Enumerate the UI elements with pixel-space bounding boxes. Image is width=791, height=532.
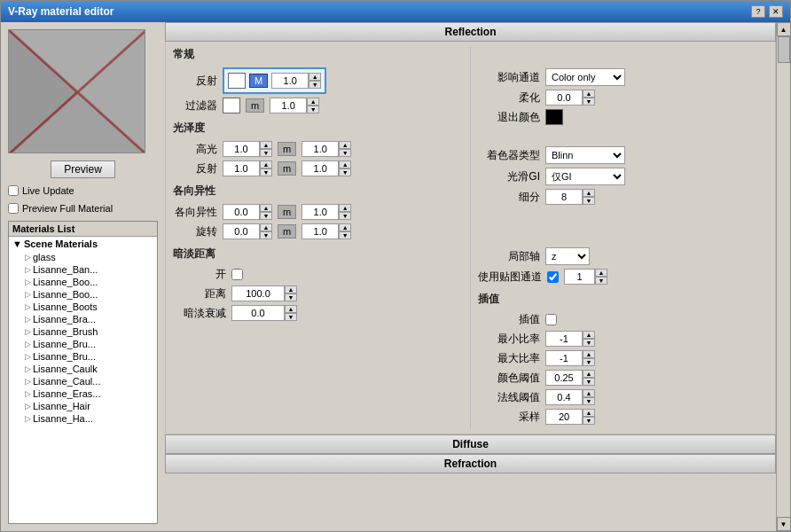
preview-full-checkbox[interactable] xyxy=(8,203,19,214)
list-item[interactable]: ▷Lisanne_Boo... xyxy=(21,276,157,288)
fansi-spin-up[interactable]: ▲ xyxy=(309,73,321,81)
max-rate-spin-down[interactable]: ▼ xyxy=(583,358,595,366)
aniso-val1-input[interactable] xyxy=(223,204,260,220)
min-rate-input[interactable] xyxy=(545,331,583,347)
xifen-spin-up[interactable]: ▲ xyxy=(583,189,595,197)
fansi-value-input[interactable] xyxy=(271,73,309,89)
map-channel-value-input[interactable] xyxy=(564,269,595,285)
scene-materials-root[interactable]: ▼ Scene Materials xyxy=(9,237,157,251)
live-update-checkbox[interactable] xyxy=(8,185,19,196)
dist-spin-up[interactable]: ▲ xyxy=(285,286,297,293)
highlight-val1-input[interactable] xyxy=(223,141,260,157)
rotate-spin2-up[interactable]: ▲ xyxy=(339,223,351,231)
gloss-fansi-m-button[interactable]: m xyxy=(278,161,296,176)
list-item[interactable]: ▷Lisanne_Ha... xyxy=(21,412,157,425)
channel-select[interactable]: Color only xyxy=(545,68,625,86)
gloss-fansi-spin1-down[interactable]: ▼ xyxy=(260,168,272,176)
max-rate-spin-up[interactable]: ▲ xyxy=(583,350,595,358)
list-item[interactable]: ▷Lisanne_Bru... xyxy=(21,350,157,363)
rotate-spin1-up[interactable]: ▲ xyxy=(260,223,272,231)
rotate-val1-input[interactable] xyxy=(223,223,260,239)
gloss-fansi-val1-input[interactable] xyxy=(223,160,260,176)
xifen-spin-down[interactable]: ▼ xyxy=(583,197,595,205)
list-item[interactable]: ▷Lisanne_Bru... xyxy=(21,338,157,350)
scroll-down-button[interactable]: ▼ xyxy=(777,517,791,531)
highlight-spin2-up[interactable]: ▲ xyxy=(339,141,351,149)
on-checkbox[interactable] xyxy=(231,269,243,280)
guolv-value-input[interactable] xyxy=(270,98,307,113)
color-thresh-spin-down[interactable]: ▼ xyxy=(583,378,595,386)
list-item[interactable]: ▷Lisanne_Bra... xyxy=(21,313,157,325)
scroll-thumb[interactable] xyxy=(778,36,790,63)
rotate-spin1-down[interactable]: ▼ xyxy=(260,231,272,239)
dist-value-input[interactable] xyxy=(231,286,285,301)
norm-thresh-spin-up[interactable]: ▲ xyxy=(583,389,595,397)
list-item[interactable]: ▷Lisanne_Caul... xyxy=(21,375,157,387)
list-item[interactable]: ▷Lisanne_Caulk xyxy=(21,363,157,375)
highlight-spin1-up[interactable]: ▲ xyxy=(260,141,272,149)
decay-spin-up[interactable]: ▲ xyxy=(285,305,297,313)
reflection-section-header[interactable]: Reflection xyxy=(165,22,776,42)
guolv-color-box[interactable] xyxy=(223,98,240,113)
rotate-spin2-down[interactable]: ▼ xyxy=(339,231,351,239)
gloss-fansi-spin2-down[interactable]: ▼ xyxy=(339,168,351,176)
interp-checkbox[interactable] xyxy=(545,314,557,325)
samples-spin-up[interactable]: ▲ xyxy=(583,409,595,417)
smooth-gi-select[interactable]: 仅GI xyxy=(545,168,625,185)
shader-type-select[interactable]: Blinn xyxy=(545,146,625,164)
scroll-up-button[interactable]: ▲ xyxy=(777,22,791,36)
help-button[interactable]: ? xyxy=(751,5,765,18)
aniso-spin2-down[interactable]: ▼ xyxy=(339,212,351,220)
min-rate-spin-down[interactable]: ▼ xyxy=(583,339,595,347)
soft-spin-down[interactable]: ▼ xyxy=(583,98,595,106)
highlight-spin1-down[interactable]: ▼ xyxy=(260,149,272,157)
dist-spin-down[interactable]: ▼ xyxy=(285,293,297,301)
aniso-val2-input[interactable] xyxy=(302,204,339,220)
fansi-spin-down[interactable]: ▼ xyxy=(309,81,321,89)
rotate-m-button[interactable]: m xyxy=(278,224,296,239)
color-thresh-spin-up[interactable]: ▲ xyxy=(583,370,595,378)
aniso-spin1-down[interactable]: ▼ xyxy=(260,212,272,220)
fansi-m-button[interactable]: M xyxy=(249,74,268,88)
max-rate-input[interactable] xyxy=(545,350,583,366)
aniso-spin1-up[interactable]: ▲ xyxy=(260,204,272,212)
list-item[interactable]: ▷glass xyxy=(21,251,157,263)
list-item[interactable]: ▷Lisanne_Boots xyxy=(21,301,157,313)
gloss-fansi-val2-input[interactable] xyxy=(302,160,339,176)
list-item[interactable]: ▷Lisanne_Hair xyxy=(21,400,157,412)
norm-thresh-spin-down[interactable]: ▼ xyxy=(583,397,595,405)
map-channel-spin-up[interactable]: ▲ xyxy=(595,269,607,277)
guolv-spin-down[interactable]: ▼ xyxy=(307,106,319,113)
close-button[interactable]: ✕ xyxy=(769,5,783,18)
fansi-color-box[interactable] xyxy=(228,73,246,89)
list-item[interactable]: ▷Lisanne_Eras... xyxy=(21,387,157,400)
preview-button[interactable]: Preview xyxy=(51,160,115,178)
local-axis-select[interactable]: z xyxy=(545,247,590,265)
rotate-val2-input[interactable] xyxy=(302,223,339,239)
list-item[interactable]: ▷Lisanne_Boo... xyxy=(21,288,157,301)
exit-color-box[interactable] xyxy=(545,109,563,125)
samples-input[interactable] xyxy=(545,409,583,425)
decay-value-input[interactable] xyxy=(231,305,285,321)
diffuse-section-header[interactable]: Diffuse xyxy=(165,434,776,454)
aniso-m-button[interactable]: m xyxy=(278,205,296,219)
map-channel-spin-down[interactable]: ▼ xyxy=(595,277,607,285)
aniso-spin2-up[interactable]: ▲ xyxy=(339,204,351,212)
guolv-m-button[interactable]: m xyxy=(246,98,264,113)
norm-thresh-input[interactable] xyxy=(545,389,583,405)
decay-spin-down[interactable]: ▼ xyxy=(285,313,297,321)
highlight-spin2-down[interactable]: ▼ xyxy=(339,149,351,157)
highlight-val2-input[interactable] xyxy=(302,141,339,157)
list-item[interactable]: ▷Lisanne_Brush xyxy=(21,325,157,338)
map-channel-checkbox[interactable] xyxy=(547,271,559,283)
min-rate-spin-up[interactable]: ▲ xyxy=(583,331,595,339)
xifen-value-input[interactable] xyxy=(545,189,583,205)
soft-spin-up[interactable]: ▲ xyxy=(583,90,595,98)
soft-value-input[interactable] xyxy=(545,90,583,106)
gloss-fansi-spin2-up[interactable]: ▲ xyxy=(339,160,351,168)
guolv-spin-up[interactable]: ▲ xyxy=(307,98,319,106)
color-thresh-input[interactable] xyxy=(545,370,583,386)
samples-spin-down[interactable]: ▼ xyxy=(583,417,595,425)
refraction-section-header[interactable]: Refraction xyxy=(165,454,776,473)
list-item[interactable]: ▷Lisanne_Ban... xyxy=(21,263,157,276)
